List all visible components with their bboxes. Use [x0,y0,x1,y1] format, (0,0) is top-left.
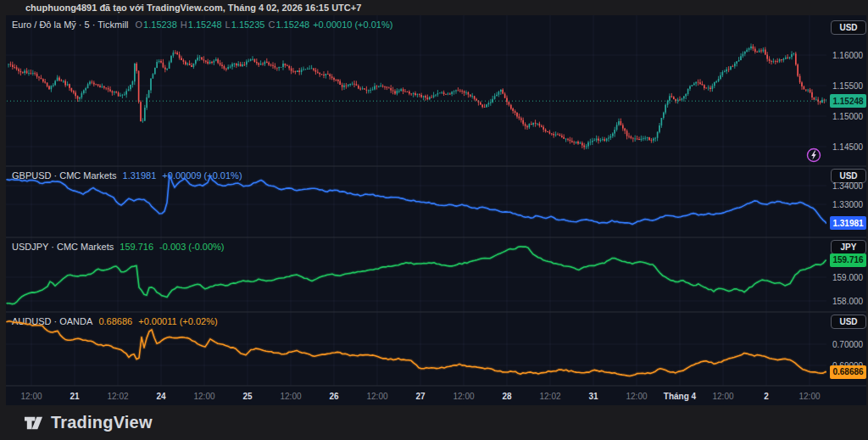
tradingview-wordmark: TradingView [51,413,153,432]
price-scale-currency-button[interactable]: JPY [831,240,866,254]
price-scale-currency-button[interactable]: USD [831,315,866,329]
watermark-bar: chuphuong4891 đã tạo với TradingView.com… [0,0,868,15]
tradingview-logo-icon [24,413,43,432]
chart-canvas[interactable] [6,15,866,405]
price-scale-currency-button[interactable]: USD [831,169,866,183]
watermark-text: chuphuong4891 đã tạo với TradingView.com… [25,3,361,13]
boost-lightning-icon[interactable] [805,147,822,164]
series-Euro / Đô la Mỹ [7,43,827,149]
footer-bar: TradingView [0,405,868,440]
price-scale-currency-button[interactable]: USD [831,20,866,35]
chart-area[interactable]: Euro / Đô la Mỹ · 5 · TickmillO1.15238H1… [6,15,866,405]
series-GBPUSD [7,175,826,224]
series-USDJPY [7,247,826,304]
series-AUDUSD [7,321,826,376]
